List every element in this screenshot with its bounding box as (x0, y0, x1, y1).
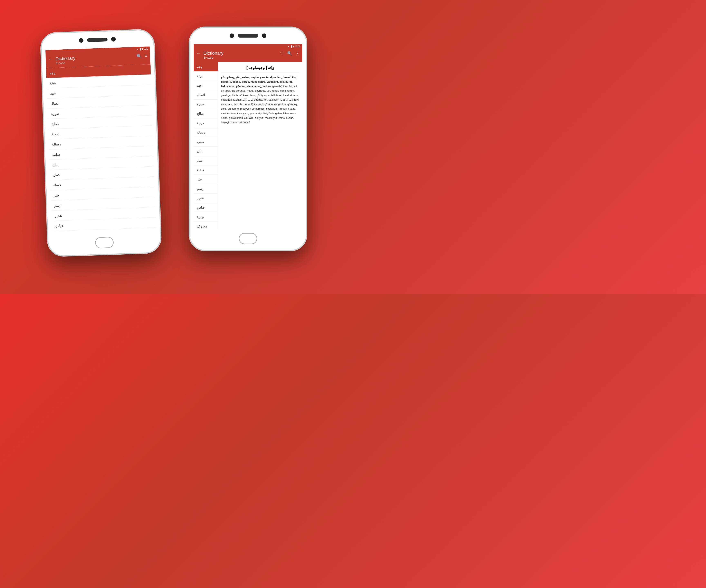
front-sensor-right (262, 34, 266, 38)
phone-right-screen: ▲ ▐ ▮ 10:57 ← Dictionary ♡ (194, 44, 302, 229)
search-icon-right[interactable]: 🔍 (287, 51, 292, 56)
header-icons-left: 🔍 ≡ (136, 53, 147, 58)
app-header-left: ▲ ▐ ▮ 10:5 ← Dictionary 🔍 (45, 46, 151, 68)
more-options-icon-right[interactable]: ⋮ (296, 51, 300, 56)
detail-word-qiyas[interactable]: قياس (194, 203, 218, 212)
status-bar-right: ▲ ▐ ▮ 10:57 (287, 44, 300, 49)
home-button-left[interactable] (95, 237, 114, 248)
detail-word-taqdir[interactable]: تقدير (194, 194, 218, 203)
detail-word-wajh[interactable]: وجه (194, 62, 218, 72)
detail-word-amal[interactable]: عمل (194, 156, 218, 165)
wifi-icon: ▲ (136, 48, 138, 50)
detail-word-ittisal[interactable]: اتصال (194, 90, 218, 100)
detail-word-bayan[interactable]: بيان (194, 146, 218, 156)
definition-bold-part: yüz, yüzey, yön, anlam, cephe, yan, tara… (221, 76, 297, 88)
phones-container: ▲ ▐ ▮ 10:5 ← Dictionary 🔍 (34, 14, 319, 280)
detail-word-maaruf[interactable]: معروف (194, 222, 218, 229)
time-left: 10:5 (144, 48, 148, 50)
back-button-left[interactable]: ← (48, 56, 53, 62)
front-camera (79, 38, 84, 43)
detail-word-rasm[interactable]: رسم (194, 184, 218, 194)
battery-icon-right: ▮ (292, 45, 294, 48)
phone-speaker-right (238, 34, 258, 38)
detail-word-soura[interactable]: صورة (194, 100, 218, 109)
header-left-section-right: ← Dictionary (197, 51, 224, 56)
header-row-right: ← Dictionary ♡ 🔍 ⋮ (197, 51, 300, 56)
front-camera-right (230, 34, 234, 38)
app-header-right: ▲ ▐ ▮ 10:57 ← Dictionary ♡ (194, 44, 302, 62)
detail-word-risala[interactable]: رسالة (194, 128, 218, 137)
selected-word-header: وَجْه [ وجوه،اوجه ] (221, 65, 300, 73)
phone-top-hardware (79, 37, 116, 43)
phone-right: ▲ ▐ ▮ 10:57 ← Dictionary ♡ (189, 27, 307, 251)
header-subtitle-right: Browse (203, 56, 300, 59)
selected-word-plural: [ وجوه،اوجه ] (246, 66, 267, 70)
time-right: 10:57 (295, 45, 300, 48)
detail-word-list: وجه هيئة عهد اتصال صورة صالح درجة رسالة … (194, 62, 218, 229)
menu-icon-left[interactable]: ≡ (145, 53, 147, 58)
status-bar-left: ▲ ▐ ▮ 10:5 (136, 47, 148, 51)
signal-icon: ▐ (139, 48, 141, 50)
detail-word-hay2a[interactable]: هيئة (194, 72, 218, 81)
front-sensor (111, 37, 116, 42)
app-title-left: Dictionary (55, 55, 76, 61)
detail-word-khayr[interactable]: خير (194, 175, 218, 184)
wifi-icon-right: ▲ (287, 45, 289, 48)
back-button-right[interactable]: ← (197, 51, 201, 56)
detail-word-watirah[interactable]: وتيرة (194, 212, 218, 222)
detail-word-daraja[interactable]: درجة (194, 118, 218, 128)
detail-word-solb[interactable]: صلب (194, 137, 218, 146)
app-title-right: Dictionary (203, 51, 224, 56)
signal-icon-right: ▐ (290, 45, 292, 48)
definition-panel: وَجْه [ وجوه،اوجه ] yüz, yüzey, yön, anl… (218, 62, 302, 229)
detail-container: وجه هيئة عهد اتصال صورة صالح درجة رسالة … (194, 62, 302, 229)
phone-top-hardware-right (230, 34, 266, 38)
search-icon-left[interactable]: 🔍 (136, 53, 142, 58)
battery-icon: ▮ (141, 48, 143, 50)
phone-speaker (87, 38, 108, 42)
word-list-left: وجه هيئة عهد اتصال صورة صالح درجة رسالة … (46, 64, 156, 235)
header-icons-right: ♡ 🔍 ⋮ (280, 51, 300, 56)
phone-left: ▲ ▐ ▮ 10:5 ← Dictionary 🔍 (40, 29, 162, 257)
header-title-area-right: Dictionary (203, 51, 224, 56)
favorite-icon-right[interactable]: ♡ (280, 51, 284, 56)
phone-left-screen: ▲ ▐ ▮ 10:5 ← Dictionary 🔍 (45, 46, 156, 235)
home-button-right[interactable] (239, 233, 257, 244)
detail-word-qada[interactable]: قضاء (194, 165, 218, 175)
header-title-area-left: Dictionary (55, 55, 76, 61)
detail-word-saleh[interactable]: صالح (194, 109, 218, 118)
detail-word-ahd[interactable]: عهد (194, 81, 218, 90)
selected-word-arabic: وَجْه (268, 66, 274, 70)
word-definition: yüz, yüzey, yön, anlam, cephe, yan, tara… (221, 75, 300, 125)
